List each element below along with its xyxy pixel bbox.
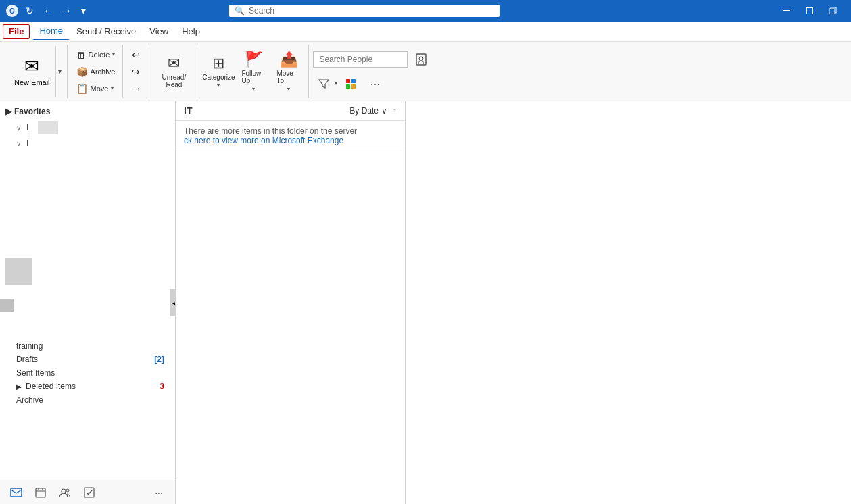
delete-label: Delete bbox=[89, 51, 110, 59]
item1-placeholder bbox=[38, 121, 58, 134]
sidebar-content: ▶ Favorites ∨ I ∨ I training Drafts bbox=[0, 101, 175, 480]
unread-icon: ✉ bbox=[168, 55, 180, 72]
title-search-input[interactable] bbox=[249, 6, 494, 16]
help-menu[interactable]: Help bbox=[175, 24, 207, 39]
favorites-header[interactable]: ▶ Favorites bbox=[0, 104, 175, 119]
delete-dropdown[interactable]: ▾ bbox=[112, 51, 115, 57]
sort-direction[interactable]: ↑ bbox=[393, 106, 397, 116]
bottom-nav: ··· bbox=[0, 480, 175, 504]
sidebar-item-sent[interactable]: Sent Items bbox=[0, 366, 175, 380]
favorites-expand-icon: ▶ bbox=[5, 107, 11, 116]
new-email-dropdown[interactable]: ▾ bbox=[55, 46, 64, 97]
home-menu[interactable]: Home bbox=[32, 23, 70, 40]
title-search-box: 🔍 bbox=[229, 5, 500, 17]
move-icon: 📋 bbox=[76, 83, 88, 94]
exchange-link[interactable]: ck here to view more on Microsoft Exchan… bbox=[184, 136, 343, 145]
forward-icon: → bbox=[132, 83, 141, 94]
refresh-button[interactable]: ↻ bbox=[23, 4, 37, 18]
archive-label: Archive bbox=[91, 68, 116, 76]
svg-text:O: O bbox=[9, 7, 15, 15]
deleted-indicator: ▶ bbox=[16, 383, 22, 390]
unread-read-button[interactable]: ✉ Unread/ Read bbox=[153, 45, 194, 98]
unread-read-label: Unread/ Read bbox=[158, 74, 189, 89]
forward-button[interactable]: → bbox=[127, 80, 146, 97]
sidebar-item-1[interactable]: ∨ I bbox=[0, 119, 175, 136]
maximize-button[interactable] bbox=[798, 0, 821, 22]
email-list-header: IT By Date ∨ ↑ bbox=[176, 101, 405, 121]
dropdown-button[interactable]: ▾ bbox=[78, 4, 89, 18]
svg-rect-8 bbox=[346, 79, 350, 83]
drafts-label: Drafts bbox=[16, 355, 38, 364]
sidebar-item-training[interactable]: training bbox=[0, 339, 175, 353]
sidebar-collapse-button[interactable]: ◀ bbox=[170, 289, 176, 316]
item2-label: I bbox=[26, 138, 28, 148]
new-email-label: New Email bbox=[14, 78, 50, 86]
sidebar-middle bbox=[0, 150, 175, 339]
svg-point-7 bbox=[419, 57, 423, 61]
filter-dropdown[interactable]: ▾ bbox=[335, 80, 337, 86]
svg-point-17 bbox=[62, 489, 66, 493]
favorites-label: Favorites bbox=[14, 107, 50, 116]
new-email-button[interactable]: ✉ New Email ▾ bbox=[8, 45, 64, 98]
more-nav-button[interactable]: ··· bbox=[148, 483, 170, 502]
redo-icon: ↪ bbox=[132, 66, 140, 77]
view-menu[interactable]: View bbox=[143, 24, 175, 39]
redo-button[interactable]: ↪ bbox=[127, 64, 146, 80]
mail-nav-button[interactable] bbox=[5, 483, 27, 502]
back-button[interactable]: ← bbox=[41, 4, 55, 18]
delete-icon: 🗑 bbox=[76, 49, 86, 60]
outlook-icon: O bbox=[5, 4, 19, 18]
svg-point-18 bbox=[66, 489, 69, 492]
drafts-count: [2] bbox=[154, 355, 164, 364]
move-button[interactable]: 📋 Move ▾ bbox=[72, 80, 120, 97]
search-people-input[interactable] bbox=[313, 51, 408, 68]
followup-button[interactable]: 🚩 Follow Up ▾ bbox=[237, 45, 270, 98]
sidebar-item-deleted[interactable]: ▶ Deleted Items 3 bbox=[0, 380, 175, 393]
sort-button[interactable]: By Date ∨ bbox=[349, 106, 387, 116]
categorize-button[interactable]: ⊞ Categorize ▾ bbox=[201, 45, 235, 98]
delete-button[interactable]: 🗑 Delete ▾ bbox=[72, 47, 120, 63]
moveto-button[interactable]: 📤 Move To ▾ bbox=[272, 45, 306, 98]
to-do-button[interactable] bbox=[340, 73, 362, 95]
menu-bar: File Home Send / Receive View Help bbox=[0, 22, 851, 42]
undo-button[interactable]: ↩ bbox=[127, 47, 146, 63]
more-options-button[interactable]: ··· bbox=[364, 73, 386, 95]
svg-rect-13 bbox=[36, 488, 45, 497]
filter-button-group[interactable]: ▾ bbox=[313, 73, 337, 95]
new-items-group: ✉ New Email ▾ bbox=[5, 45, 68, 98]
sidebar-item-archive[interactable]: Archive bbox=[0, 393, 175, 407]
calendar-nav-button[interactable] bbox=[30, 483, 51, 502]
delete-buttons: 🗑 Delete ▾ 📦 Archive 📋 Move ▾ bbox=[72, 45, 120, 98]
address-book-button[interactable] bbox=[410, 49, 432, 70]
title-bar: O ↻ ← → ▾ 🔍 bbox=[0, 0, 851, 22]
file-menu[interactable]: File bbox=[3, 24, 30, 39]
undo-icon: ↩ bbox=[132, 49, 140, 60]
new-email-icon: ✉ bbox=[24, 56, 39, 77]
sort-label: By Date bbox=[349, 106, 379, 116]
restore-button[interactable] bbox=[821, 0, 846, 22]
sidebar-item-drafts[interactable]: Drafts [2] bbox=[0, 353, 175, 366]
sidebar-thumbnail2 bbox=[0, 299, 14, 312]
move-dropdown[interactable]: ▾ bbox=[111, 85, 114, 91]
svg-rect-10 bbox=[346, 84, 350, 89]
followup-icon: 🚩 bbox=[245, 51, 263, 68]
forward-button[interactable]: → bbox=[59, 4, 74, 18]
view-group: ⊞ Categorize ▾ 🚩 Follow Up ▾ 📤 Move To ▾ bbox=[199, 45, 309, 98]
filter-button[interactable] bbox=[313, 73, 335, 95]
people-nav-button[interactable] bbox=[54, 483, 76, 502]
delete-group: 🗑 Delete ▾ 📦 Archive 📋 Move ▾ bbox=[69, 45, 124, 98]
moveto-label: Move To bbox=[276, 70, 301, 84]
svg-rect-3 bbox=[807, 8, 813, 14]
send-receive-menu[interactable]: Send / Receive bbox=[70, 24, 143, 39]
new-email-main[interactable]: ✉ New Email bbox=[9, 46, 55, 97]
nav-buttons: ↩ ↪ → bbox=[127, 45, 146, 98]
tasks-nav-button[interactable] bbox=[78, 483, 100, 502]
archive-button[interactable]: 📦 Archive bbox=[72, 64, 120, 80]
archive-label: Archive bbox=[16, 395, 43, 405]
sidebar-item-2[interactable]: ∨ I bbox=[0, 136, 175, 150]
move-label: Move bbox=[91, 84, 109, 93]
archive-icon: 📦 bbox=[76, 66, 88, 77]
minimize-button[interactable] bbox=[775, 0, 798, 22]
deleted-items-label: Deleted Items bbox=[26, 382, 76, 391]
window-controls bbox=[775, 0, 846, 22]
